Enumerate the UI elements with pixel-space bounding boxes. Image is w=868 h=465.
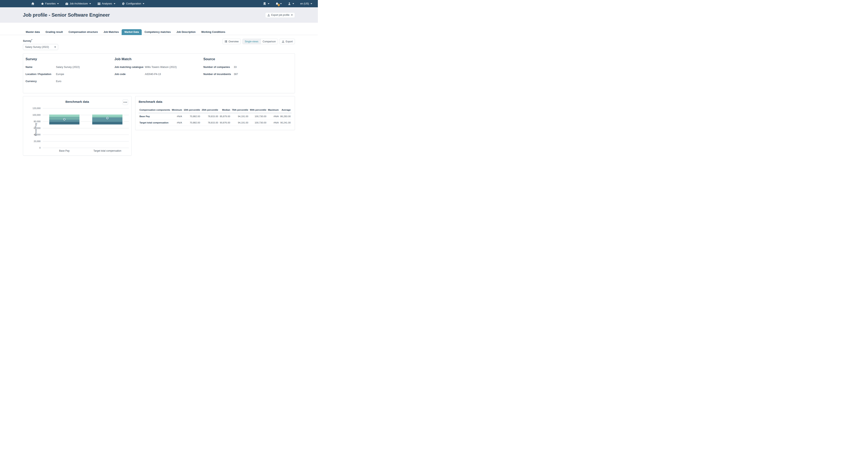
chart-gridline [43, 141, 129, 142]
briefcase-icon [65, 2, 68, 5]
language-menu[interactable]: en (US) [298, 0, 315, 7]
nav-analyses-label: Analyses [102, 2, 112, 5]
comparison-button[interactable]: Comparison [260, 39, 278, 44]
info-row-currency: Currency Euro [26, 80, 108, 83]
benchmark-table: Compensation components Minimum 10th per… [138, 107, 291, 126]
cell-75th: 94,191.00 [231, 120, 249, 126]
chevron-down-icon [292, 3, 294, 4]
info-row-location: Location / Population Europe [26, 73, 108, 75]
tab-master-data[interactable]: Master data [23, 29, 42, 35]
chart-title: Benchmark data [23, 96, 131, 103]
y-tick-label: 60,000 [26, 127, 40, 129]
notifications-menu[interactable]: ! [273, 0, 285, 7]
user-icon [288, 2, 291, 5]
tab-competency-matches[interactable]: Competency matches [142, 29, 174, 35]
list-icon [225, 40, 227, 43]
info-row-name: Name Salary Survey (2022) [26, 66, 108, 68]
export-label: Export [286, 40, 293, 43]
navbar-right: ! en (US) [260, 0, 315, 7]
export-job-profile-button[interactable]: Export job profile [265, 12, 295, 18]
home-button[interactable] [28, 0, 37, 7]
tab-working-conditions[interactable]: Working Conditions [198, 29, 228, 35]
cell-minimum: #N/A [171, 113, 183, 120]
cell-75th: 94,191.00 [231, 113, 249, 120]
col-10th-percentile: 10th percentile [183, 107, 201, 113]
benchmark-table-card: Benchmark data Compensation components M… [135, 96, 295, 130]
y-tick-label: 120,000 [26, 107, 40, 110]
tab-bar: Master data Grading result Compensation … [0, 29, 318, 35]
y-tick-label: 20,000 [26, 140, 40, 143]
notification-badge: ! [278, 4, 280, 6]
chevron-down-icon [280, 3, 282, 4]
chevron-down-icon [54, 46, 56, 48]
survey-select-value: Salary Survey (2022) [25, 45, 49, 49]
chart-plot-area: 020,00040,00060,00080,000100,000120,000B… [43, 108, 129, 148]
row-label: Currency [26, 80, 56, 83]
survey-info-card: Survey Name Salary Survey (2022) Locatio… [23, 53, 295, 93]
row-value: Euro [56, 80, 61, 83]
nav-favorites[interactable]: Favorites [38, 0, 62, 7]
view-toolbar: Overview Single-views Comparison Export [222, 39, 295, 44]
row-value: 33 [234, 66, 237, 68]
home-icon [31, 2, 34, 5]
nav-analyses[interactable]: Analyses [95, 0, 118, 7]
grid-table-icon [97, 2, 100, 5]
tab-job-matches[interactable]: Job Matches [100, 29, 122, 35]
overview-button[interactable]: Overview [222, 39, 241, 44]
survey-heading: Survey [26, 57, 108, 61]
single-views-button[interactable]: Single-views [243, 39, 260, 44]
col-25th-percentile: 25th percentile [201, 107, 219, 113]
row-value: 387 [234, 73, 238, 75]
job-match-section: Job Match Job matching catalogue Willis … [115, 57, 204, 87]
nav-configuration[interactable]: Configuration [119, 0, 147, 7]
col-compensation-components: Compensation components [138, 107, 171, 113]
percentile-band-p75-p90 [49, 115, 80, 117]
cell-component: Target total compensation [138, 120, 171, 126]
required-mark: * [31, 39, 32, 41]
chevron-down-icon [89, 3, 91, 4]
cell-90th: 100,730.00 [249, 120, 267, 126]
job-match-heading: Job Match [115, 57, 197, 61]
table-header-row: Compensation components Minimum 10th per… [138, 107, 291, 113]
benchmark-row: Benchmark data ●●● Gross Pay 020,00040,0… [0, 93, 318, 164]
tab-compensation-structure[interactable]: Compensation structure [66, 29, 100, 35]
cell-average: 86,283.00 [280, 113, 291, 120]
col-minimum: Minimum [171, 107, 183, 113]
tab-market-data[interactable]: Market Data [122, 29, 142, 35]
chart-menu-button[interactable]: ●●● [123, 99, 128, 105]
chart-gridline [43, 128, 129, 128]
tab-job-description[interactable]: Job Description [174, 29, 198, 35]
chevron-down-icon [143, 3, 144, 4]
percentile-band-p10-p25 [92, 122, 122, 124]
nav-job-architecture[interactable]: Job Architecture [62, 0, 94, 7]
x-axis-label: Target total compensation [93, 149, 121, 152]
page-header: Job profile - Senior Software Engineer E… [0, 7, 318, 23]
star-icon [41, 2, 44, 5]
navbar-left: Favorites Job Architecture Analyses Conf… [28, 0, 147, 7]
col-75th-percentile: 75th percentile [231, 107, 249, 113]
nav-configuration-label: Configuration [126, 2, 141, 5]
cell-component: Base Pay [138, 113, 171, 120]
chart-gridline [43, 108, 129, 108]
percentile-band-p75-p90 [92, 115, 122, 117]
company-menu[interactable] [260, 0, 272, 7]
user-menu[interactable] [285, 0, 297, 7]
export-job-profile-label: Export job profile [271, 13, 289, 17]
export-button[interactable]: Export [280, 39, 295, 44]
source-section: Source Number of companies 33 Number of … [203, 57, 292, 87]
survey-select[interactable]: Salary Survey (2022) [23, 44, 58, 50]
chevron-down-icon [291, 14, 293, 16]
info-row-companies: Number of companies 33 [203, 66, 286, 68]
chevron-down-icon [57, 3, 59, 4]
chevron-down-icon [268, 3, 270, 4]
page-title: Job profile - Senior Software Engineer [23, 12, 110, 18]
cell-10th: 70,882.00 [183, 120, 201, 126]
table-title: Benchmark data [138, 100, 291, 103]
source-heading: Source [203, 57, 286, 61]
benchmark-chart-card: Benchmark data ●●● Gross Pay 020,00040,0… [23, 96, 131, 156]
x-axis-label: Base Pay [59, 149, 69, 152]
col-median: Median [219, 107, 231, 113]
info-row-catalogue: Job matching catalogue Willis Towers Wat… [115, 66, 197, 68]
benchmark-chart: Gross Pay 020,00040,00060,00080,000100,0… [23, 105, 134, 154]
tab-grading-result[interactable]: Grading result [42, 29, 65, 35]
